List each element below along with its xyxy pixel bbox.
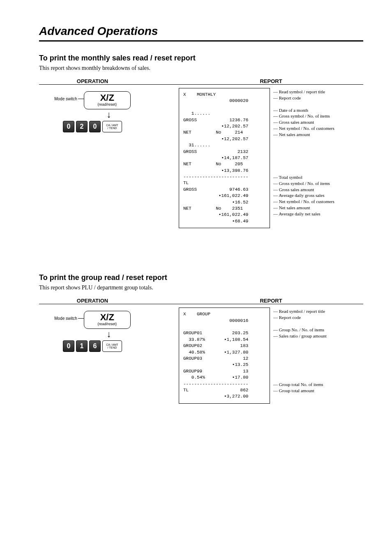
arrow-down-icon: ↓ <box>107 110 111 119</box>
annotation-line: — Sales ratio / group amount <box>273 333 327 339</box>
annotation-line <box>273 351 327 357</box>
receipt-line: •16.52 <box>183 199 265 206</box>
receipt-line: •3,272.00 <box>183 393 265 400</box>
annotation-line <box>273 144 334 150</box>
annotation-line <box>273 168 334 174</box>
annotation-line: — Read symbol / report title <box>273 89 334 95</box>
annotation-line <box>273 345 327 351</box>
digit-key: 0 <box>89 121 101 132</box>
annotation-line: — Average daily net sales <box>273 211 334 217</box>
annotation-line <box>273 339 327 345</box>
annotation-line: — Net sales amount <box>273 132 334 138</box>
receipt-line: GROSS 9746.63 <box>183 187 265 193</box>
annotation-line <box>273 363 327 370</box>
annotation-line: — Report code <box>273 95 334 101</box>
receipt-line: •161,022.49 <box>183 193 265 199</box>
digit-key: 2 <box>76 121 88 132</box>
annotation-line: — Gross symbol / No. of items <box>273 113 334 119</box>
receipt-line: GROSS 1236.76 <box>183 117 265 123</box>
receipt-line: 31...... <box>183 142 265 148</box>
receipt: X MONTHLY 0000020 1......GROSS 1236.76 •… <box>179 88 270 228</box>
receipt-line <box>183 324 265 330</box>
receipt: X GROUP 0000016 GROUP01 203.25 33.87% •1… <box>179 308 270 403</box>
receipt-line: •68.49 <box>183 218 265 224</box>
report-section: To print the group read / reset reportTh… <box>39 273 363 403</box>
digit-key: 0 <box>63 340 74 352</box>
section-description: This report shows monthly breakdowns of … <box>39 65 363 72</box>
annotation-line: — Net symbol / No. of customers <box>273 199 334 205</box>
annotation-line <box>273 370 327 376</box>
xz-label: X/Z <box>87 313 128 322</box>
receipt-line: NET No 214 <box>183 130 265 136</box>
receipt-line: GROSS 2132 <box>183 149 265 155</box>
annotation-line <box>273 321 327 327</box>
receipt-line: 0000016 <box>183 318 265 324</box>
annotation-line: — Net symbol / No. of customers <box>273 125 334 132</box>
report-column: X MONTHLY 0000020 1......GROSS 1236.76 •… <box>179 85 363 228</box>
mode-switch-box: X/Z(read/reset) <box>84 311 131 329</box>
report-section: To print the monthly sales read / reset … <box>39 54 363 228</box>
annotation-column: — Read symbol / report title— Report cod… <box>273 88 334 217</box>
annotation-line: — Total symbol <box>273 174 334 180</box>
xz-sublabel: (read/reset) <box>87 102 128 106</box>
receipt-line: GROUP01 203.25 <box>183 330 265 336</box>
annotation-line <box>273 162 334 168</box>
annotation-line: — Group No. / No. of items <box>273 327 327 333</box>
mode-switch-label: Mode switch <box>54 316 78 321</box>
annotation-line: — Group total amount <box>273 388 327 394</box>
annotation-line <box>273 150 334 156</box>
receipt-line: ------------------------ <box>183 381 265 387</box>
annotation-line: — Group total No. of items <box>273 382 327 388</box>
annotation-line <box>273 357 327 363</box>
receipt-line: TL <box>183 180 265 186</box>
annotation-line: — Average daily gross sales <box>273 192 334 199</box>
receipt-line <box>183 104 265 111</box>
ca-amt-tend-key: CA / AMT/ TEND <box>102 340 122 352</box>
receipt-line: 33.87% •1,108.54 <box>183 337 265 343</box>
operation-column: Mode switchX/Z(read/reset)↓020CA / AMT/ … <box>39 85 146 132</box>
receipt-line: •161,022.49 <box>183 212 265 218</box>
key-sequence: 016CA / AMT/ TEND <box>63 340 122 352</box>
report-column: X GROUP 0000016 GROUP01 203.25 33.87% •1… <box>179 304 363 403</box>
operation-report-row: Mode switchX/Z(read/reset)↓020CA / AMT/ … <box>39 84 363 228</box>
digit-key: 6 <box>89 340 101 352</box>
chapter-rule <box>39 40 363 42</box>
annotation-line: — Gross sales amount <box>273 119 334 125</box>
receipt-line: NET No 2351 <box>183 206 265 212</box>
receipt-line: 1...... <box>183 111 265 117</box>
annotation-line: — Gross sales amount <box>273 187 334 193</box>
annotation-line <box>273 101 334 107</box>
ca-amt-tend-key: CA / AMT/ TEND <box>102 121 122 132</box>
operation-report-row: Mode switchX/Z(read/reset)↓016CA / AMT/ … <box>39 304 363 403</box>
receipt-line: •12,202.57 <box>183 136 265 142</box>
receipt-line: X MONTHLY <box>183 92 265 98</box>
receipt-line: NET No 205 <box>183 161 265 167</box>
annotation-line <box>273 138 334 144</box>
receipt-line: 40.58% •1,327.80 <box>183 349 265 356</box>
receipt-line: •14,187.57 <box>183 155 265 161</box>
chapter-title: Advanced Operations <box>39 25 363 38</box>
receipt-line: 0.54% •17.80 <box>183 375 265 381</box>
operation-heading: OPERATION <box>39 78 146 84</box>
receipt-line: 0000020 <box>183 98 265 104</box>
page: Advanced Operations To print the monthly… <box>0 0 392 555</box>
section-description: This report shows PLU / department group… <box>39 284 363 291</box>
receipt-line: •13.25 <box>183 362 265 368</box>
receipt-line: GROUP03 12 <box>183 356 265 362</box>
annotation-line: — Gross symbol / No. of items <box>273 180 334 187</box>
annotation-column: — Read symbol / report title— Report cod… <box>273 308 327 394</box>
annotation-line <box>273 156 334 162</box>
operation-column: Mode switchX/Z(read/reset)↓016CA / AMT/ … <box>39 304 146 352</box>
annotation-line: — Report code <box>273 314 327 321</box>
report-heading: REPORT <box>179 298 363 304</box>
annotation-line: — Date of a month <box>273 107 334 113</box>
xz-sublabel: (read/reset) <box>87 322 128 326</box>
receipt-line: •13,398.76 <box>183 168 265 174</box>
receipt-line: X GROUP <box>183 311 265 317</box>
receipt-line: TL 862 <box>183 387 265 393</box>
annotation-line <box>273 375 327 382</box>
report-heading: REPORT <box>179 78 363 84</box>
annotation-line: — Net sales amount <box>273 205 334 211</box>
xz-label: X/Z <box>87 93 128 102</box>
digit-key: 1 <box>76 340 88 352</box>
